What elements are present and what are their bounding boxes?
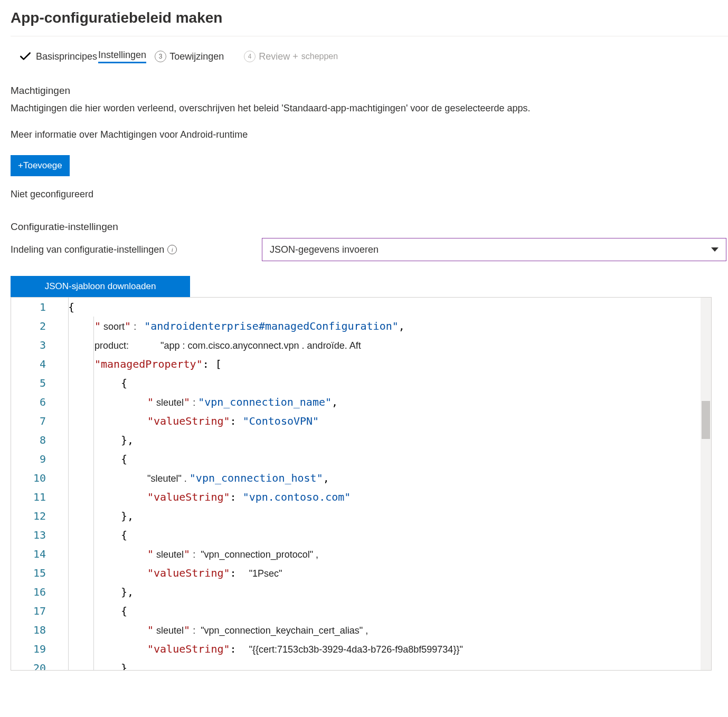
line-code[interactable]: "managedProperty": [ — [55, 355, 222, 374]
editor-line[interactable]: 14" sleutel" : "vpn_connection_protocol"… — [11, 544, 711, 563]
line-code[interactable]: { — [55, 374, 127, 393]
config-format-select[interactable]: JSON-gegevens invoeren — [262, 238, 726, 261]
line-number: 5 — [11, 374, 55, 393]
wizard-steps: Basisprincipes Instellingen 3 Toewijzing… — [11, 44, 728, 71]
line-number: 15 — [11, 563, 55, 582]
editor-line[interactable]: 3product: "app : com.cisco.anyconnect.vp… — [11, 336, 711, 355]
line-code[interactable]: "sleutel" . "vpn_connection_host", — [55, 469, 329, 487]
chevron-down-icon — [711, 247, 718, 252]
add-button[interactable]: +Toevoege — [11, 155, 70, 176]
line-number: 11 — [11, 487, 55, 506]
editor-line[interactable]: 11"valueString": "vpn.contoso.com" — [11, 487, 711, 506]
editor-line[interactable]: 4"managedProperty": [ — [11, 355, 711, 374]
line-code[interactable]: " sleutel" : "vpn_connection_protocol" , — [55, 544, 318, 563]
line-number: 6 — [11, 393, 55, 412]
step-settings-label: Instellingen — [98, 50, 146, 63]
line-code[interactable]: }, — [55, 431, 134, 450]
line-code[interactable]: { — [55, 298, 74, 317]
line-number: 2 — [11, 317, 55, 336]
line-number: 12 — [11, 506, 55, 525]
step-assignments-label: Toewijzingen — [169, 51, 224, 62]
editor-line[interactable]: 16}, — [11, 582, 711, 601]
step-review[interactable]: 4 Review + scheppen — [243, 49, 339, 64]
line-number: 14 — [11, 544, 55, 563]
line-number: 10 — [11, 469, 55, 487]
line-number: 7 — [11, 412, 55, 431]
line-code[interactable]: product: "app : com.cisco.anyconnect.vpn… — [55, 336, 361, 355]
scrollbar-thumb[interactable] — [702, 401, 710, 439]
editor-line[interactable]: 7"valueString": "ContosoVPN" — [11, 412, 711, 431]
line-number: 8 — [11, 431, 55, 450]
line-code[interactable]: "valueString": "ContosoVPN" — [55, 412, 319, 431]
check-icon — [18, 49, 33, 64]
line-number: 3 — [11, 336, 55, 355]
line-code[interactable]: }, — [55, 506, 134, 525]
line-code[interactable]: " sleutel" : "vpn_connection_name", — [55, 393, 338, 412]
editor-line[interactable]: 15"valueString": "1Psec" — [11, 563, 711, 582]
step-settings[interactable]: Instellingen — [97, 47, 147, 65]
info-icon[interactable]: i — [167, 245, 177, 254]
line-code[interactable]: { — [55, 601, 127, 620]
line-number: 19 — [11, 639, 55, 658]
step-4-number-icon: 4 — [244, 51, 256, 62]
json-editor[interactable]: 1{2" soort" : "androidenterprise#managed… — [11, 297, 712, 671]
step-assignments[interactable]: 3 Toewijzingen — [154, 49, 225, 64]
editor-line[interactable]: 10"sleutel" . "vpn_connection_host", — [11, 469, 711, 487]
divider — [11, 36, 728, 36]
line-number: 4 — [11, 355, 55, 374]
permissions-text: Machtigingen die hier worden verleend, o… — [11, 102, 728, 114]
line-number: 17 — [11, 601, 55, 620]
line-code[interactable]: " sleutel" : "vpn_connection_keychain_ce… — [55, 620, 368, 639]
step-review-label-a: Review + — [259, 51, 298, 62]
step-basics-label: Basisprincipes — [36, 51, 97, 62]
line-code[interactable]: " soort" : "androidenterprise#managedCon… — [55, 317, 405, 336]
line-number: 16 — [11, 582, 55, 601]
not-configured-text: Niet geconfigureerd — [11, 189, 728, 200]
line-code[interactable]: "valueString": "1Psec" — [55, 563, 282, 582]
editor-line[interactable]: 5{ — [11, 374, 711, 393]
line-number: 18 — [11, 620, 55, 639]
line-number: 13 — [11, 525, 55, 544]
config-title: Configuratie-instellingen — [11, 221, 728, 233]
step-review-label-b: scheppen — [301, 52, 338, 61]
line-number: 20 — [11, 658, 55, 671]
line-number: 9 — [11, 450, 55, 469]
scrollbar-track[interactable] — [701, 298, 711, 670]
step-basics[interactable]: Basisprincipes — [17, 47, 98, 66]
config-format-label: Indeling van configuratie-instellingen — [11, 244, 164, 255]
download-json-template-button[interactable]: JSON-sjabloon downloaden — [11, 276, 190, 297]
editor-line[interactable]: 9{ — [11, 450, 711, 469]
line-number: 1 — [11, 298, 55, 317]
editor-line[interactable]: 6" sleutel" : "vpn_connection_name", — [11, 393, 711, 412]
select-value: JSON-gegevens invoeren — [270, 244, 379, 255]
line-code[interactable]: { — [55, 450, 127, 469]
line-code[interactable]: }, — [55, 658, 134, 671]
editor-line[interactable]: 12}, — [11, 506, 711, 525]
permissions-title: Machtigingen — [11, 85, 728, 97]
page-title: App-configuratiebeleid maken — [11, 0, 728, 36]
line-code[interactable]: "valueString": "{{cert:7153cb3b-3929-4da… — [55, 639, 463, 658]
editor-line[interactable]: 13{ — [11, 525, 711, 544]
editor-line[interactable]: 20}, — [11, 658, 711, 671]
editor-line[interactable]: 1{ — [11, 298, 711, 317]
line-code[interactable]: }, — [55, 582, 134, 601]
editor-line[interactable]: 17{ — [11, 601, 711, 620]
editor-line[interactable]: 19"valueString": "{{cert:7153cb3b-3929-4… — [11, 639, 711, 658]
editor-line[interactable]: 2" soort" : "androidenterprise#managedCo… — [11, 317, 711, 336]
step-3-number-icon: 3 — [155, 51, 166, 62]
editor-line[interactable]: 8}, — [11, 431, 711, 450]
editor-line[interactable]: 18" sleutel" : "vpn_connection_keychain_… — [11, 620, 711, 639]
permissions-link[interactable]: Meer informatie over Machtigingen voor A… — [11, 129, 728, 140]
line-code[interactable]: { — [55, 525, 127, 544]
line-code[interactable]: "valueString": "vpn.contoso.com" — [55, 487, 351, 506]
